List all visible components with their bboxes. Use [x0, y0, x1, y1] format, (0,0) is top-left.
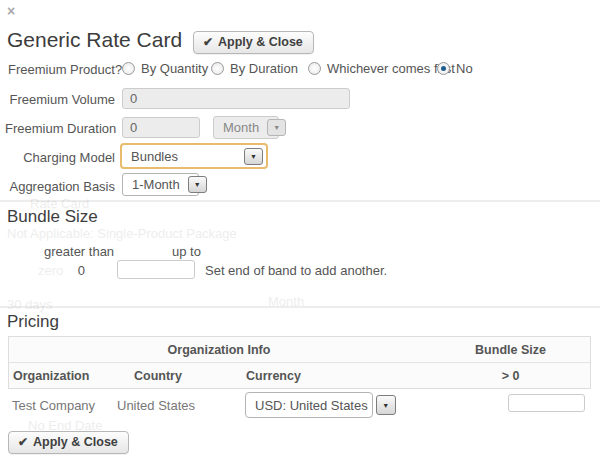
- radio-icon: [308, 62, 321, 75]
- currency-column-header: Currency: [246, 369, 301, 383]
- duration-unit-select[interactable]: Month ▼: [213, 116, 279, 139]
- currency-value: USD: United States: [255, 398, 368, 413]
- ghost-text: 30 days: [7, 297, 53, 312]
- freemium-duration-label: Freemium Duration: [5, 121, 115, 136]
- radio-icon: [211, 62, 224, 75]
- aggregation-basis-label: Aggregation Basis: [5, 179, 115, 194]
- price-band-input[interactable]: [508, 394, 585, 412]
- ghost-text: Not Applicable: Single-Product Package: [7, 226, 237, 241]
- currency-select[interactable]: USD: United States ▼: [245, 392, 373, 418]
- organization-column-header: Organization: [13, 369, 89, 383]
- apply-close-label: Apply & Close: [33, 435, 118, 449]
- radio-by-duration[interactable]: By Duration: [211, 61, 298, 76]
- organization-cell: Test Company: [12, 398, 95, 413]
- radio-label: By Duration: [230, 61, 298, 76]
- country-column-header: Country: [134, 369, 182, 383]
- duration-unit-value: Month: [223, 120, 259, 135]
- section-divider: [0, 200, 600, 202]
- aggregation-basis-value: 1-Month: [132, 177, 180, 192]
- apply-close-button-top[interactable]: ✔ Apply & Close: [193, 31, 314, 54]
- check-icon: ✔: [18, 435, 28, 449]
- freemium-product-label: Freemium Product?: [8, 62, 122, 77]
- apply-close-label: Apply & Close: [218, 35, 303, 49]
- check-icon: ✔: [203, 35, 213, 49]
- band-column-header: > 0: [429, 369, 592, 383]
- generic-rate-card-panel: × Generic Rate Card ✔ Apply & Close Free…: [0, 0, 600, 459]
- charging-model-value: Bundles: [131, 149, 178, 164]
- table-column-header-row: Organization Country Currency > 0: [9, 363, 590, 389]
- pricing-heading: Pricing: [7, 312, 59, 332]
- radio-label: By Quantity: [141, 61, 208, 76]
- band-greater-than-value: 0: [55, 263, 85, 278]
- organization-info-group-header: Organization Info: [9, 343, 429, 357]
- band-up-to-input[interactable]: [117, 260, 195, 279]
- radio-whichever-comes-first[interactable]: Whichever comes first: [308, 61, 455, 76]
- chevron-down-icon: ▼: [244, 148, 263, 165]
- radio-no[interactable]: No: [437, 61, 473, 76]
- freemium-volume-input[interactable]: [122, 88, 350, 109]
- close-icon[interactable]: ×: [7, 4, 15, 18]
- radio-label: No: [456, 61, 473, 76]
- table-group-header-row: Organization Info Bundle Size: [9, 337, 590, 363]
- radio-by-quantity[interactable]: By Quantity: [122, 61, 208, 76]
- up-to-column-label: up to: [172, 244, 201, 259]
- freemium-duration-input[interactable]: [122, 117, 200, 138]
- bundle-size-group-header: Bundle Size: [429, 343, 592, 357]
- radio-icon: [122, 62, 135, 75]
- aggregation-basis-select[interactable]: 1-Month ▼: [122, 173, 199, 196]
- bundle-size-heading: Bundle Size: [7, 207, 98, 227]
- charging-model-label: Charging Model: [5, 150, 115, 165]
- freemium-volume-label: Freemium Volume: [5, 92, 115, 107]
- chevron-down-icon: ▼: [376, 395, 396, 415]
- ghost-text: Month: [268, 294, 304, 309]
- radio-selected-icon: [437, 62, 450, 75]
- radio-label: Whichever comes first: [327, 61, 455, 76]
- pricing-table-header: Organization Info Bundle Size Organizati…: [8, 336, 591, 389]
- band-hint-text: Set end of band to add another.: [205, 263, 387, 278]
- apply-close-button-bottom[interactable]: ✔ Apply & Close: [8, 431, 129, 454]
- chevron-down-icon: ▼: [267, 119, 286, 136]
- country-cell: United States: [117, 398, 195, 413]
- page-title: Generic Rate Card: [7, 28, 182, 52]
- greater-than-column-label: greater than: [44, 244, 114, 259]
- charging-model-select[interactable]: Bundles ▼: [120, 143, 268, 169]
- chevron-down-icon: ▼: [188, 176, 207, 193]
